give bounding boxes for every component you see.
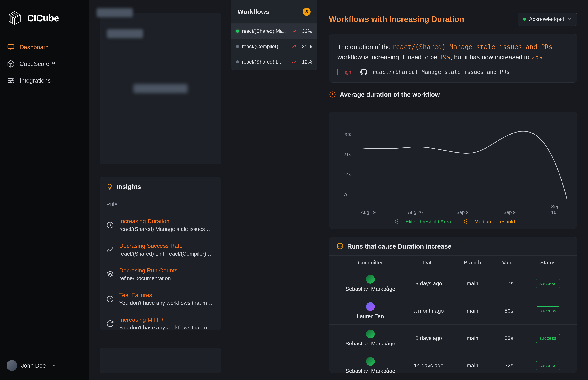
runs-card: Runs that cause Duration increase Commit… [329,237,577,373]
workflow-row[interactable]: react/(Shared) Ma… 32% [231,23,317,39]
col-status: Status [526,260,570,266]
committer-avatar [366,357,375,366]
avg-section-title: Average duration of the workflow [329,91,577,103]
date-cell: 14 days ago [404,362,453,369]
col-branch: Branch [453,260,492,266]
chevron-down-icon [52,363,57,368]
insight-subtitle: You don't have any workflows that match … [119,300,215,306]
blurred-card [100,13,222,165]
nav-label: Integrations [19,77,51,84]
committer-name: Sebastian Markbåge [346,286,395,292]
sidebar-item-cubescore[interactable]: CubeScore™ [0,56,89,72]
chart-card: 28s 21s 14s 7s Aug 19 Aug 26 Sep 2 Sep 9… [329,112,577,229]
runs-row[interactable]: Sebastian Markbåge 9 days ago main 57s s… [329,270,577,297]
col-value: Value [492,260,526,266]
status-badge: success [536,279,560,288]
legend-elite[interactable]: ─⦿─ Elite Threshold Area [391,219,451,225]
sidebar-item-dashboard[interactable]: Dashboard [0,39,89,56]
nav-label: Dashboard [19,44,49,51]
value-cell: 32s [492,362,526,369]
ack-label: Acknowledged [529,16,564,22]
workflow-name: react/(Shared) Li… [242,59,289,65]
status-dot-icon [236,30,239,33]
committer-cell: Sebastian Markbåge [336,275,404,292]
svg-point-8 [338,244,343,245]
y-tick: 7s [344,192,348,197]
status-badge: success [536,361,560,370]
nav: Dashboard CubeScore™ Integrations [0,35,89,353]
trend-up-icon [292,29,296,34]
committer-cell: Lauren Tan [336,302,404,319]
runs-row[interactable]: Sebastian Markbåge 8 days ago main 33s s… [329,324,577,352]
runs-row[interactable]: Lauren Tan a month ago main 50s success [329,297,577,324]
summary-text: The duration of the react/(Shared) Manag… [337,42,569,62]
insights-title: Insights [117,183,141,190]
svg-point-2 [10,80,11,81]
runs-row[interactable]: Sebastian Markbåge 14 days ago main 32s … [329,352,577,373]
github-icon[interactable] [360,68,367,76]
lightbulb-icon [106,183,113,190]
workflow-row[interactable]: react/(Compiler) … 31% [231,39,317,54]
brand-text: CICube [27,13,59,23]
insight-subtitle: You don't have any workflows that match … [119,324,215,330]
workflow-row[interactable]: react/(Shared) Li… 12% [231,54,317,70]
nav-label: CubeScore™ [19,60,55,67]
insight-title: Test Failures [119,292,215,299]
line-chart-svg [360,123,568,203]
workflows-count-badge: 3 [303,8,311,16]
insight-row[interactable]: Decrasing Run Counts refine/Documentatio… [100,262,221,287]
user-menu[interactable]: John Doe [0,353,89,380]
sidebar: CICube Dashboard CubeScore™ Integrations… [0,0,89,380]
insight-row[interactable]: Test Failures You don't have any workflo… [100,287,221,311]
summary-card: The duration of the react/(Shared) Manag… [329,34,577,83]
insights-header: Insights [100,177,221,196]
user-avatar [6,360,17,371]
legend-median[interactable]: ─⦿─ Median Threshold [460,219,515,225]
detail-title: Workflows with Increasing Duration [329,15,464,24]
detail-panel: Workflows with Increasing Duration Ackno… [317,0,588,380]
sidebar-item-integrations[interactable]: Integrations [0,72,89,89]
repo-name[interactable]: react/(Shared) Manage stale issues and P… [373,69,510,75]
database-icon [336,243,344,250]
acknowledged-dropdown[interactable]: Acknowledged [518,13,577,26]
status-badge: success [536,334,560,343]
insight-row[interactable]: Increasing MTTR You don't have any workf… [100,311,221,330]
insight-title: Increasing Duration [119,218,215,225]
committer-name: Sebastian Markbåge [346,368,395,373]
svg-rect-0 [8,45,14,49]
value-cell: 33s [492,335,526,341]
workflows-panel: Workflows 3 react/(Shared) Ma… 32% react… [231,0,317,70]
committer-cell: Sebastian Markbåge [336,357,404,373]
logo[interactable]: CICube [0,0,89,35]
monitor-icon [7,43,15,51]
workflow-name: react/(Shared) Ma… [242,28,289,34]
y-tick: 28s [344,132,351,137]
committer-cell: Sebastian Markbåge [336,330,404,347]
col-committer: Committer [336,260,404,266]
chart-area: 28s 21s 14s 7s Aug 19 Aug 26 Sep 2 Sep 9… [344,123,568,206]
status-badge: success [536,306,560,315]
insight-row[interactable]: Increasing Duration react/(Shared) Manag… [100,213,221,237]
workflow-percent: 31% [299,44,312,49]
workflow-name: react/(Compiler) … [242,44,289,49]
insight-title: Decrasing Success Rate [119,243,215,249]
branch-cell: main [453,308,492,314]
committer-name: Sebastian Markbåge [346,341,395,347]
insight-title: Decrasing Run Counts [119,267,215,274]
insight-icon [106,246,114,254]
insight-icon [106,270,114,278]
insight-row[interactable]: Decrasing Success Rate react/(Shared) Li… [100,237,221,262]
y-tick: 14s [344,172,351,177]
insight-icon [106,320,114,328]
left-column: Insights Rule Increasing Duration react/… [89,0,229,380]
chevron-down-icon [567,17,572,21]
x-tick: Aug 19 [361,209,376,215]
user-name: John Doe [21,362,46,369]
severity-tag: High [337,68,355,76]
x-tick: Sep 9 [503,209,516,215]
insight-subtitle: refine/Documentation [119,275,215,282]
trend-up-icon [292,44,296,49]
cube-logo-icon [6,10,23,26]
x-tick: Sep 2 [456,209,468,215]
insight-subtitle: react/(Shared) Lint, react/(Compiler) Pl… [119,251,215,257]
